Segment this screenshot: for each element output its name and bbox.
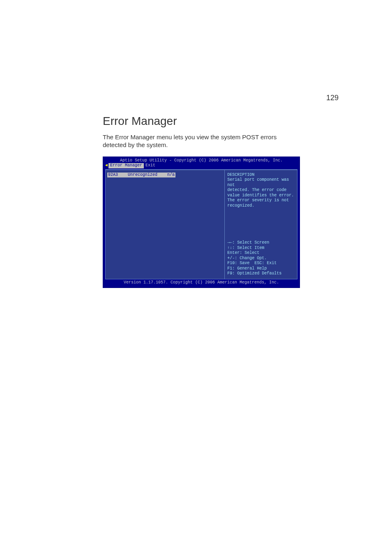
nav-line: F10: Save ESC: Exit	[227, 261, 295, 266]
bios-right-pane: DESCRIPTION Serial port component was no…	[224, 170, 297, 279]
nav-line: ↑↓: Select Item	[227, 246, 295, 251]
nav-line: +/-: Change Opt.	[227, 256, 295, 261]
description-line: recognized.	[227, 203, 295, 209]
description-line: The error severity is not	[227, 198, 295, 203]
description-line: Serial port component was not	[227, 177, 295, 188]
main-content: Error Manager The Error Manager menu let…	[103, 115, 300, 288]
tab-error-manager[interactable]: Error Manager	[108, 163, 144, 168]
error-code: 92A3	[108, 173, 118, 178]
nav-help-block: →←: Select Screen ↑↓: Select Item Enter:…	[227, 240, 295, 276]
error-status: Unrecognized	[128, 173, 157, 178]
nav-line: →←: Select Screen	[227, 240, 295, 246]
bios-footer: Version 1.17.1057. Copyright (C) 2006 Am…	[104, 279, 299, 286]
bios-left-pane: 92A3 Unrecognized n/a	[105, 170, 224, 279]
error-value: n/a	[167, 173, 175, 178]
bios-screenshot: Aptio Setup Utility - Copyright (C) 2006…	[103, 157, 300, 288]
section-body: The Error Manager menu lets you view the…	[103, 134, 300, 149]
nav-line: F1: General Help	[227, 266, 295, 272]
section-heading: Error Manager	[103, 115, 300, 128]
error-row[interactable]: 92A3 Unrecognized n/a	[107, 173, 175, 178]
tab-exit[interactable]: Exit	[144, 163, 157, 168]
description-line: value identifies the error.	[227, 193, 295, 198]
nav-line: F9: Optimized Defaults	[227, 271, 295, 276]
bios-title-bar: Aptio Setup Utility - Copyright (C) 2006…	[104, 157, 299, 164]
nav-line: Enter: Select	[227, 251, 295, 256]
description-title: DESCRIPTION	[227, 173, 295, 178]
description-line: detected. The error code	[227, 188, 295, 193]
page-number: 129	[326, 94, 339, 102]
description-block: DESCRIPTION Serial port component was no…	[227, 173, 295, 209]
left-arrow-icon: ◄	[105, 163, 108, 168]
bios-body: 92A3 Unrecognized n/a DESCRIPTION Serial…	[105, 169, 297, 279]
bios-tab-row: ◄ Error Manager Exit	[104, 163, 299, 168]
